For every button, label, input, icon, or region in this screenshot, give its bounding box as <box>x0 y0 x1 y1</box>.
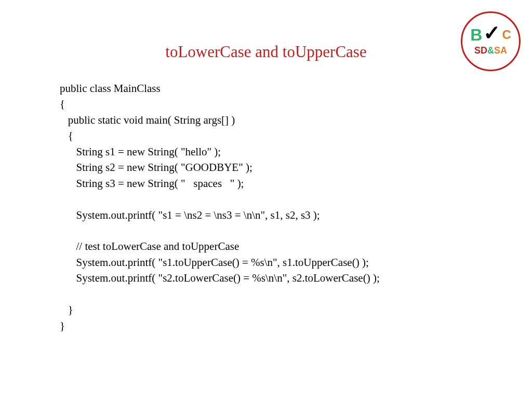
code-line: } <box>60 320 65 332</box>
logo-checkmark-icon: ✓ <box>483 21 501 45</box>
slide-title: toLowerCase and toUpperCase <box>165 43 366 61</box>
code-block: public class MainClass { public static v… <box>60 81 380 334</box>
logo-badge: B ✓ C SD&SA <box>461 11 521 71</box>
logo-letter-c: C <box>502 28 511 42</box>
logo-circle: B ✓ C SD&SA <box>461 11 521 71</box>
code-line: String s2 = new String( "GOODBYE" ); <box>60 161 252 174</box>
logo-top-row: B ✓ C <box>470 23 511 47</box>
code-line: { <box>60 98 65 110</box>
code-line: } <box>60 303 73 316</box>
code-line: // test toLowerCase and toUpperCase <box>60 240 239 252</box>
code-line: public static void main( String args[] ) <box>60 114 235 126</box>
code-line: String s3 = new String( " spaces " ); <box>60 177 244 190</box>
logo-sd: SD <box>474 45 487 56</box>
code-line: public class MainClass <box>60 82 161 95</box>
logo-ampersand: & <box>487 45 494 56</box>
logo-bottom-text: SD&SA <box>474 45 507 56</box>
code-line: System.out.printf( "s1.toUpperCase() = %… <box>60 256 369 269</box>
logo-sa: SA <box>494 45 507 56</box>
logo-letter-b: B <box>470 25 482 45</box>
code-line: String s1 = new String( "hello" ); <box>60 145 221 158</box>
code-line: System.out.printf( "s1 = \ns2 = \ns3 = \… <box>60 209 320 221</box>
code-line: System.out.printf( "s2.toLowerCase() = %… <box>60 272 380 284</box>
code-line: { <box>60 129 73 142</box>
